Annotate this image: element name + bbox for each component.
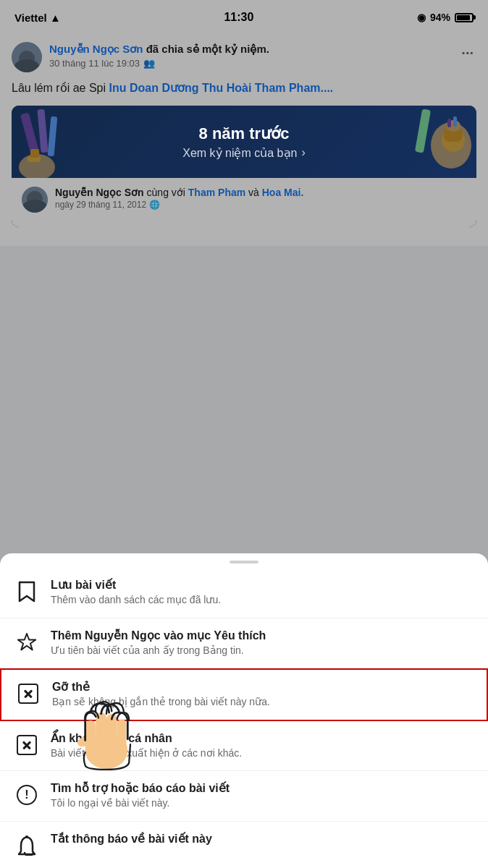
menu-item-mute-title: Tắt thông báo về bài viết này	[51, 832, 474, 846]
menu-item-hide-desc: Bài viết này vẫn xuất hiện ở các nơi khá…	[51, 746, 474, 761]
memory-subtitle: Xem kỷ niệm của bạn ›	[182, 146, 305, 160]
menu-item-hide-text: Ẩn khỏi trang cá nhân Bài viết này vẫn x…	[51, 731, 474, 761]
bell-icon-container	[14, 833, 39, 858]
menu-item-report-title: Tìm hỗ trợ hoặc báo cáo bài viết	[51, 781, 474, 795]
star-icon-container	[14, 630, 39, 655]
menu-item-report[interactable]: ! Tìm hỗ trợ hoặc báo cáo bài viết Tôi l…	[0, 771, 488, 822]
hide-icon-container	[14, 733, 39, 757]
memory-center: 8 năm trước Xem kỷ niệm của bạn ›	[182, 124, 305, 160]
hide-icon	[17, 735, 37, 755]
menu-item-untag-desc: Bạn sẽ không bị gắn thẻ trong bài viết n…	[52, 695, 472, 710]
menu-item-favorite-desc: Ưu tiên bài viết của anh ấy trong Bảng t…	[51, 644, 474, 658]
menu-item-save-title: Lưu bài viết	[51, 578, 474, 592]
menu-item-favorite-text: Thêm Nguyễn Ngọc vào mục Yêu thích Ưu ti…	[51, 629, 474, 658]
menu-item-hide[interactable]: Ẩn khỏi trang cá nhân Bài viết này vẫn x…	[0, 721, 488, 772]
bottom-sheet: Lưu bài viết Thêm vào danh sách các mục …	[0, 553, 488, 868]
bookmark-icon-container	[14, 579, 39, 604]
menu-item-untag[interactable]: Gỡ thẻ Bạn sẽ không bị gắn thẻ trong bài…	[0, 668, 488, 721]
report-icon: !	[17, 785, 37, 805]
tag-x-icon	[18, 684, 38, 704]
menu-item-favorite-title: Thêm Nguyễn Ngọc vào mục Yêu thích	[51, 629, 474, 642]
menu-item-save-desc: Thêm vào danh sách các mục đã lưu.	[51, 593, 474, 608]
menu-item-hide-title: Ẩn khỏi trang cá nhân	[51, 731, 474, 745]
memory-title: 8 năm trước	[182, 124, 305, 143]
menu-item-save-text: Lưu bài viết Thêm vào danh sách các mục …	[51, 578, 474, 608]
menu-item-untag-text: Gỡ thẻ Bạn sẽ không bị gắn thẻ trong bài…	[52, 680, 472, 710]
star-icon	[17, 632, 37, 652]
menu-item-untag-title: Gỡ thẻ	[52, 680, 472, 694]
menu-item-favorite[interactable]: Thêm Nguyễn Ngọc vào mục Yêu thích Ưu ti…	[0, 618, 488, 669]
bell-icon	[17, 835, 36, 856]
svg-point-19	[25, 835, 28, 838]
menu-item-save[interactable]: Lưu bài viết Thêm vào danh sách các mục …	[0, 568, 488, 618]
menu-item-mute-text: Tắt thông báo về bài viết này	[51, 832, 474, 847]
handle-bar	[230, 561, 258, 563]
menu-item-mute[interactable]: Tắt thông báo về bài viết này	[0, 822, 488, 868]
menu-item-report-text: Tìm hỗ trợ hoặc báo cáo bài viết Tôi lo …	[51, 781, 474, 811]
tag-x-icon-container	[16, 681, 41, 706]
report-icon-container: !	[14, 783, 39, 807]
menu-item-report-desc: Tôi lo ngại về bài viết này.	[51, 796, 474, 811]
chevron-right-icon: ›	[301, 146, 305, 159]
bookmark-icon	[17, 581, 36, 603]
sheet-handle	[0, 553, 488, 568]
